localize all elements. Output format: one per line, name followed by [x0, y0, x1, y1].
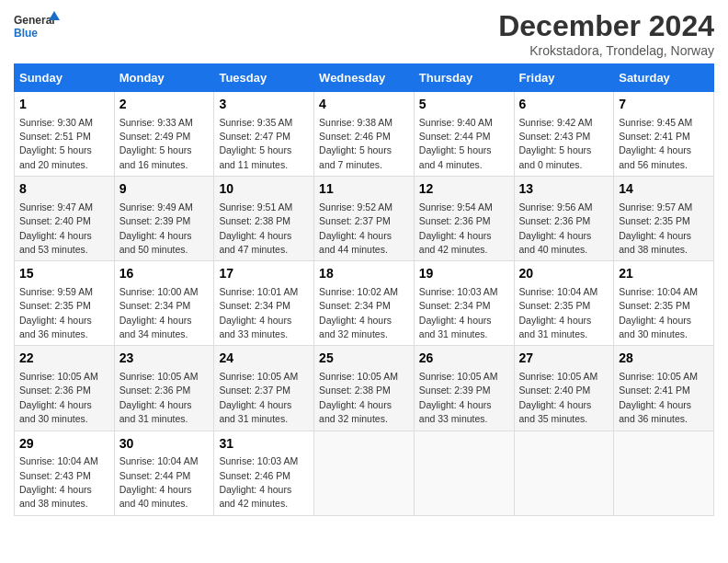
day-number: 17 [219, 265, 309, 283]
sunset-text: Sunset: 2:35 PM [619, 215, 690, 226]
calendar-cell: 14 Sunrise: 9:57 AM Sunset: 2:35 PM Dayl… [614, 177, 714, 261]
daylight-text: Daylight: 4 hours and 42 minutes. [419, 230, 492, 255]
sunset-text: Sunset: 2:39 PM [419, 385, 491, 396]
sunset-text: Sunset: 2:36 PM [119, 385, 191, 396]
day-number: 24 [219, 350, 309, 368]
day-number: 20 [519, 265, 609, 283]
sunset-text: Sunset: 2:35 PM [519, 300, 591, 311]
sunrise-text: Sunrise: 9:38 AM [319, 117, 392, 128]
calendar-body: 1 Sunrise: 9:30 AM Sunset: 2:51 PM Dayli… [15, 92, 714, 516]
sunset-text: Sunset: 2:37 PM [319, 215, 391, 226]
daylight-text: Daylight: 4 hours and 40 minutes. [519, 230, 592, 255]
sunset-text: Sunset: 2:51 PM [19, 131, 91, 142]
day-number: 19 [419, 265, 509, 283]
sunrise-text: Sunrise: 10:05 AM [519, 371, 598, 382]
calendar-cell: 5 Sunrise: 9:40 AM Sunset: 2:44 PM Dayli… [414, 92, 514, 177]
calendar-cell: 10 Sunrise: 9:51 AM Sunset: 2:38 PM Dayl… [214, 177, 314, 261]
sunset-text: Sunset: 2:46 PM [319, 131, 391, 142]
sunset-text: Sunset: 2:46 PM [219, 470, 290, 481]
sunrise-text: Sunrise: 9:51 AM [219, 201, 292, 213]
day-number: 29 [19, 435, 109, 454]
day-number: 10 [219, 180, 309, 199]
day-number: 22 [19, 350, 109, 368]
svg-text:Blue: Blue [14, 27, 38, 40]
day-number: 5 [419, 96, 509, 114]
sunset-text: Sunset: 2:35 PM [19, 300, 91, 311]
daylight-text: Daylight: 5 hours and 0 minutes. [519, 144, 592, 169]
day-number: 25 [319, 350, 409, 368]
day-number: 31 [219, 435, 309, 454]
sunset-text: Sunset: 2:36 PM [19, 385, 91, 396]
day-number: 30 [119, 435, 210, 454]
calendar-week-4: 22 Sunrise: 10:05 AM Sunset: 2:36 PM Day… [15, 346, 714, 431]
header-cell-wednesday: Wednesday [314, 64, 415, 92]
daylight-text: Daylight: 5 hours and 7 minutes. [319, 144, 392, 169]
calendar-cell: 26 Sunrise: 10:05 AM Sunset: 2:39 PM Day… [414, 346, 514, 431]
sunrise-text: Sunrise: 9:35 AM [219, 117, 292, 128]
daylight-text: Daylight: 5 hours and 16 minutes. [119, 144, 192, 169]
svg-text:General: General [14, 14, 55, 27]
calendar-table: SundayMondayTuesdayWednesdayThursdayFrid… [14, 63, 714, 516]
daylight-text: Daylight: 4 hours and 38 minutes. [619, 230, 691, 255]
calendar-cell: 12 Sunrise: 9:54 AM Sunset: 2:36 PM Dayl… [414, 177, 514, 261]
daylight-text: Daylight: 4 hours and 31 minutes. [119, 399, 192, 424]
sunrise-text: Sunrise: 10:05 AM [319, 371, 398, 382]
calendar-cell: 21 Sunrise: 10:04 AM Sunset: 2:35 PM Day… [614, 261, 714, 346]
calendar-cell: 7 Sunrise: 9:45 AM Sunset: 2:41 PM Dayli… [614, 92, 714, 177]
daylight-text: Daylight: 4 hours and 31 minutes. [219, 399, 291, 424]
daylight-text: Daylight: 4 hours and 32 minutes. [319, 315, 392, 339]
calendar-cell: 16 Sunrise: 10:00 AM Sunset: 2:34 PM Day… [114, 261, 214, 346]
daylight-text: Daylight: 5 hours and 20 minutes. [19, 144, 92, 169]
sunrise-text: Sunrise: 10:02 AM [319, 286, 398, 297]
daylight-text: Daylight: 4 hours and 47 minutes. [219, 230, 291, 255]
sunset-text: Sunset: 2:43 PM [19, 470, 91, 481]
sunrise-text: Sunrise: 9:49 AM [119, 201, 193, 213]
sunset-text: Sunset: 2:40 PM [519, 385, 591, 396]
calendar-cell: 2 Sunrise: 9:33 AM Sunset: 2:49 PM Dayli… [114, 92, 214, 177]
sunrise-text: Sunrise: 10:05 AM [419, 371, 498, 382]
calendar-cell: 27 Sunrise: 10:05 AM Sunset: 2:40 PM Day… [514, 346, 614, 431]
daylight-text: Daylight: 4 hours and 42 minutes. [219, 484, 291, 509]
day-number: 14 [619, 180, 709, 199]
day-number: 26 [419, 350, 509, 368]
sunrise-text: Sunrise: 10:03 AM [219, 455, 298, 466]
sunset-text: Sunset: 2:39 PM [119, 215, 191, 226]
header-row: SundayMondayTuesdayWednesdayThursdayFrid… [15, 64, 714, 92]
sunset-text: Sunset: 2:36 PM [419, 215, 491, 226]
daylight-text: Daylight: 4 hours and 36 minutes. [19, 315, 92, 339]
daylight-text: Daylight: 4 hours and 50 minutes. [119, 230, 192, 255]
calendar-cell: 13 Sunrise: 9:56 AM Sunset: 2:36 PM Dayl… [514, 177, 614, 261]
daylight-text: Daylight: 4 hours and 40 minutes. [119, 484, 192, 509]
sunrise-text: Sunrise: 9:47 AM [19, 201, 93, 213]
sunset-text: Sunset: 2:34 PM [219, 300, 290, 311]
calendar-week-3: 15 Sunrise: 9:59 AM Sunset: 2:35 PM Dayl… [15, 261, 714, 346]
sunset-text: Sunset: 2:41 PM [619, 385, 690, 396]
daylight-text: Daylight: 4 hours and 38 minutes. [19, 484, 92, 509]
sunset-text: Sunset: 2:44 PM [419, 131, 491, 142]
calendar-cell: 31 Sunrise: 10:03 AM Sunset: 2:46 PM Day… [214, 431, 314, 515]
sunrise-text: Sunrise: 10:04 AM [519, 286, 598, 297]
header-cell-friday: Friday [514, 64, 614, 92]
day-number: 1 [19, 96, 109, 114]
calendar-cell [514, 431, 614, 515]
calendar-week-2: 8 Sunrise: 9:47 AM Sunset: 2:40 PM Dayli… [15, 177, 714, 261]
calendar-cell: 15 Sunrise: 9:59 AM Sunset: 2:35 PM Dayl… [15, 261, 115, 346]
day-number: 9 [119, 180, 210, 199]
day-number: 28 [619, 350, 709, 368]
calendar-header: SundayMondayTuesdayWednesdayThursdayFrid… [15, 64, 714, 92]
sunrise-text: Sunrise: 9:40 AM [419, 117, 493, 128]
calendar-cell: 25 Sunrise: 10:05 AM Sunset: 2:38 PM Day… [314, 346, 415, 431]
day-number: 6 [519, 96, 609, 114]
daylight-text: Daylight: 4 hours and 53 minutes. [19, 230, 92, 255]
title-area: December 2024 Krokstadora, Trondelag, No… [498, 9, 714, 58]
header-cell-tuesday: Tuesday [214, 64, 314, 92]
daylight-text: Daylight: 4 hours and 30 minutes. [19, 399, 92, 424]
calendar-cell: 8 Sunrise: 9:47 AM Sunset: 2:40 PM Dayli… [15, 177, 115, 261]
calendar-cell: 11 Sunrise: 9:52 AM Sunset: 2:37 PM Dayl… [314, 177, 415, 261]
day-number: 7 [619, 96, 709, 114]
day-number: 8 [19, 180, 109, 199]
calendar-cell: 4 Sunrise: 9:38 AM Sunset: 2:46 PM Dayli… [314, 92, 415, 177]
calendar-cell: 9 Sunrise: 9:49 AM Sunset: 2:39 PM Dayli… [114, 177, 214, 261]
sunset-text: Sunset: 2:41 PM [619, 131, 690, 142]
sunset-text: Sunset: 2:43 PM [519, 131, 591, 142]
